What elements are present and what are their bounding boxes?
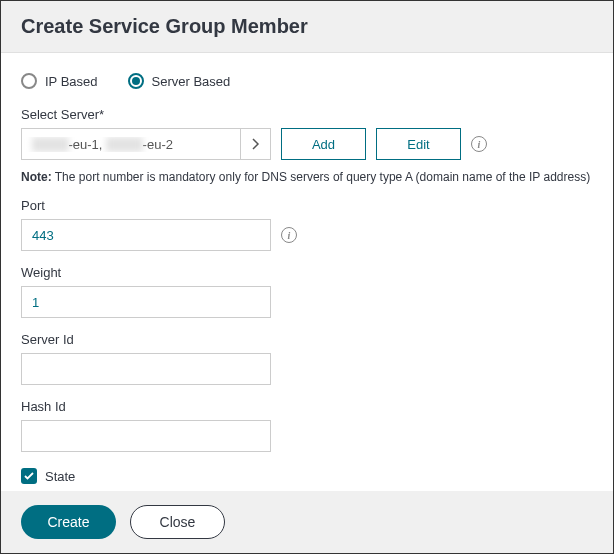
info-icon[interactable]: i (281, 227, 297, 243)
dialog-title: Create Service Group Member (21, 15, 593, 38)
server-select[interactable]: xxxxx-eu-1, xxxxx-eu-2 (21, 128, 271, 160)
edit-button[interactable]: Edit (376, 128, 461, 160)
radio-label: IP Based (45, 74, 98, 89)
radio-server-based[interactable]: Server Based (128, 73, 231, 89)
port-input[interactable] (21, 219, 271, 251)
basis-radio-group: IP Based Server Based (21, 73, 593, 89)
create-button[interactable]: Create (21, 505, 116, 539)
state-checkbox-row[interactable]: State (21, 468, 593, 484)
note-text: Note: The port number is mandatory only … (21, 170, 593, 184)
checkbox-icon (21, 468, 37, 484)
hash-id-group: Hash Id (21, 399, 593, 452)
radio-icon (21, 73, 37, 89)
select-server-label: Select Server* (21, 107, 593, 122)
dialog-footer: Create Close (1, 491, 613, 553)
radio-label: Server Based (152, 74, 231, 89)
dialog-content: IP Based Server Based Select Server* xxx… (1, 53, 613, 504)
weight-label: Weight (21, 265, 593, 280)
server-id-group: Server Id (21, 332, 593, 385)
add-button[interactable]: Add (281, 128, 366, 160)
close-button[interactable]: Close (130, 505, 225, 539)
state-label: State (45, 469, 75, 484)
weight-input[interactable] (21, 286, 271, 318)
weight-group: Weight (21, 265, 593, 318)
port-group: Port i (21, 198, 593, 251)
hash-id-input[interactable] (21, 420, 271, 452)
chevron-right-icon[interactable] (240, 129, 270, 159)
info-icon[interactable]: i (471, 136, 487, 152)
radio-ip-based[interactable]: IP Based (21, 73, 98, 89)
port-label: Port (21, 198, 593, 213)
dialog-header: Create Service Group Member (1, 1, 613, 53)
server-id-label: Server Id (21, 332, 593, 347)
select-server-row: xxxxx-eu-1, xxxxx-eu-2 Add Edit i (21, 128, 593, 160)
server-id-input[interactable] (21, 353, 271, 385)
hash-id-label: Hash Id (21, 399, 593, 414)
server-select-value: xxxxx-eu-1, xxxxx-eu-2 (22, 137, 240, 152)
radio-icon (128, 73, 144, 89)
